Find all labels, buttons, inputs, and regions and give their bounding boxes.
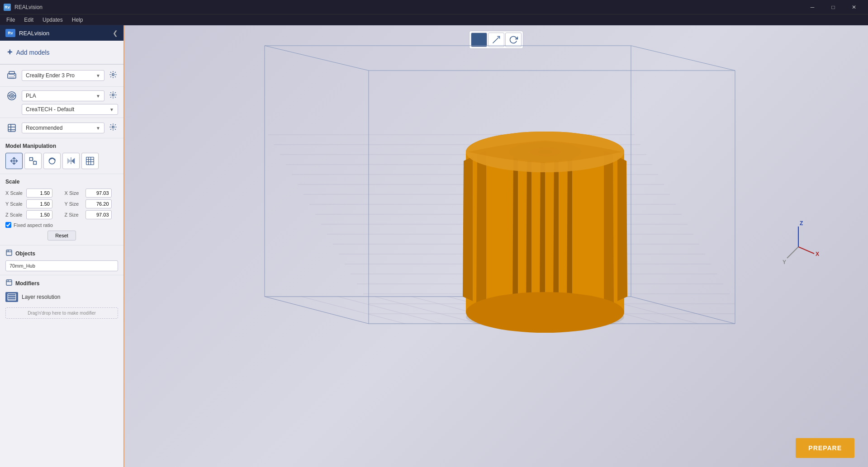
- menu-updates[interactable]: Updates: [38, 16, 67, 24]
- x-scale-label: X Scale: [5, 190, 24, 196]
- objects-section: Objects 70mm_Hub: [0, 245, 123, 275]
- print-profile-icon: [5, 122, 18, 134]
- svg-rect-11: [8, 124, 15, 132]
- fixed-aspect-ratio-label: Fixed aspect ratio: [14, 222, 53, 228]
- svg-line-48: [265, 46, 369, 71]
- profile-settings-button[interactable]: [108, 122, 118, 134]
- material-icon: [5, 90, 18, 102]
- menu-bar: File Edit Updates Help: [0, 14, 868, 25]
- collapse-sidebar-button[interactable]: ❮: [113, 29, 118, 37]
- scale-title: Scale: [5, 179, 118, 185]
- model-manipulation-section: Model Manipulation: [0, 138, 123, 174]
- app-icon: Rv: [4, 4, 11, 11]
- svg-rect-26: [86, 157, 94, 165]
- mirror-tool-button[interactable]: [62, 153, 80, 169]
- y-scale-input[interactable]: [26, 199, 52, 208]
- y-scale-field: Y Scale: [5, 199, 59, 208]
- move-tool-button[interactable]: [5, 153, 23, 169]
- scale-tool-button[interactable]: [24, 153, 42, 169]
- manip-title: Model Manipulation: [5, 143, 118, 149]
- z-scale-input[interactable]: [26, 210, 52, 219]
- svg-line-98: [787, 247, 798, 258]
- z-size-label: Z Size: [65, 212, 84, 217]
- x-scale-input[interactable]: [26, 189, 52, 198]
- z-scale-label: Z Scale: [5, 212, 24, 217]
- modifiers-header[interactable]: Modifiers: [5, 279, 118, 288]
- profile-dropdown[interactable]: CreaTECH - Default ▼: [22, 104, 118, 115]
- close-button[interactable]: ✕: [844, 0, 864, 14]
- printer-dropdown[interactable]: Creality Ender 3 Pro ▼: [22, 70, 104, 81]
- x-scale-field: X Scale: [5, 189, 59, 198]
- title-bar: Rv REALvision ─ □ ✕: [0, 0, 868, 14]
- cylinder-body: [463, 132, 627, 333]
- reset-button[interactable]: Reset: [47, 231, 76, 241]
- modifiers-title: Modifiers: [15, 280, 39, 287]
- modifier-label: Layer resolution: [22, 294, 60, 300]
- fixed-aspect-ratio-row: Fixed aspect ratio: [5, 222, 118, 228]
- x-size-input[interactable]: [85, 189, 112, 198]
- scale-section: Scale X Scale X Size Y Scale Y Size: [0, 174, 123, 245]
- profile-name: CreaTECH - Default: [26, 106, 74, 113]
- svg-point-15: [112, 126, 114, 128]
- svg-point-3: [14, 75, 15, 76]
- profile-row: CreaTECH - Default ▼: [5, 104, 118, 115]
- minimize-button[interactable]: ─: [802, 0, 823, 14]
- menu-edit[interactable]: Edit: [19, 16, 38, 24]
- main-layout: Rv REALvision ❮ + Add models Creality En…: [0, 25, 868, 467]
- printer-dropdown-arrow: ▼: [96, 73, 100, 78]
- svg-rect-19: [33, 161, 37, 165]
- modifiers-section: Modifiers Layer resolution Drag'n'drop h…: [0, 275, 123, 467]
- add-models-label: Add models: [16, 49, 50, 56]
- scale-grid: X Scale X Size Y Scale Y Size Z Scale: [5, 189, 118, 219]
- maximize-button[interactable]: □: [823, 0, 844, 14]
- 3d-scene: Z X Y: [124, 25, 868, 467]
- quality-profile-name: Recommended: [26, 125, 62, 131]
- y-size-input[interactable]: [85, 199, 112, 208]
- printer-icon: [5, 69, 18, 82]
- svg-rect-2: [9, 76, 14, 79]
- prepare-button[interactable]: PREPARE: [796, 438, 854, 458]
- app-title: REALvision: [14, 4, 43, 10]
- svg-text:X: X: [816, 251, 819, 257]
- sidebar-header: Rv REALvision ❮: [0, 25, 123, 41]
- profile-dropdown-arrow: ▼: [109, 107, 114, 112]
- svg-marker-25: [72, 159, 75, 163]
- object-item[interactable]: 70mm_Hub: [5, 260, 118, 271]
- z-size-field: Z Size: [65, 210, 119, 219]
- drag-drop-hint: Drag'n'drop here to make modifier: [5, 307, 118, 319]
- printer-settings-button[interactable]: [108, 70, 118, 81]
- modifiers-collapse-icon: [5, 279, 13, 288]
- svg-point-6: [9, 94, 14, 98]
- sidebar-app-name: REALvision: [19, 30, 49, 37]
- material-dropdown-arrow: ▼: [96, 94, 100, 99]
- printer-section: Creality Ender 3 Pro ▼: [0, 65, 123, 87]
- svg-text:Y: Y: [783, 259, 786, 265]
- add-models-button[interactable]: + Add models: [0, 41, 123, 64]
- printer-name: Creality Ender 3 Pro: [26, 72, 75, 79]
- manip-tools: [5, 153, 118, 169]
- quality-dropdown-arrow: ▼: [96, 126, 100, 131]
- objects-header[interactable]: Objects: [5, 249, 118, 258]
- window-controls: ─ □ ✕: [802, 0, 864, 14]
- objects-collapse-icon: [5, 249, 13, 258]
- z-scale-field: Z Scale: [5, 210, 59, 219]
- material-name: PLA: [26, 93, 36, 99]
- fixed-aspect-ratio-checkbox[interactable]: [5, 222, 11, 228]
- svg-rect-18: [30, 158, 33, 161]
- stripe-tool-button[interactable]: [81, 153, 99, 169]
- menu-help[interactable]: Help: [67, 16, 88, 24]
- z-size-input[interactable]: [85, 210, 112, 219]
- modifier-icon: [5, 292, 18, 302]
- quality-profile-dropdown[interactable]: Recommended ▼: [22, 123, 104, 133]
- rotate-tool-button[interactable]: [43, 153, 61, 169]
- modifier-item: Layer resolution: [5, 290, 118, 304]
- svg-point-10: [112, 94, 114, 96]
- material-settings-button[interactable]: [108, 90, 118, 102]
- y-size-label: Y Size: [65, 201, 84, 207]
- material-dropdown[interactable]: PLA ▼: [22, 90, 104, 101]
- svg-point-89: [466, 292, 624, 333]
- svg-text:Z: Z: [800, 220, 803, 226]
- viewport[interactable]: Z X Y PREPARE: [124, 25, 868, 467]
- menu-file[interactable]: File: [2, 16, 19, 24]
- svg-rect-31: [6, 250, 12, 255]
